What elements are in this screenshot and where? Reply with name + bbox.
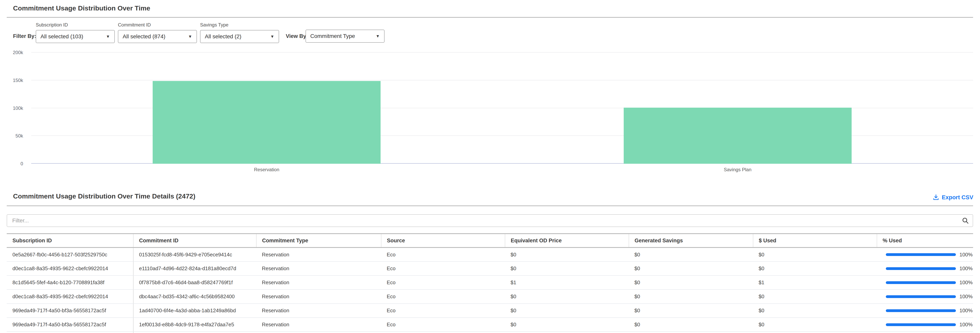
cell-used-percent: 100% xyxy=(877,290,973,304)
column-header-source[interactable]: Source xyxy=(381,234,505,247)
filter-field-label: Savings Type xyxy=(200,22,279,28)
usage-progress-bar xyxy=(886,281,956,284)
cell-equivalent-od-price: $0 xyxy=(505,290,629,304)
cell-commitment-type: Reservation xyxy=(256,276,381,290)
column-header-equivalent-od-price[interactable]: Equivalent OD Price xyxy=(505,234,629,247)
cell-subscription-id: 969eda49-717f-4a50-bf3a-56558172ac5f xyxy=(7,318,133,331)
filter-group: Savings Type All selected (2) xyxy=(200,22,279,43)
view-by-label: View By: xyxy=(286,33,308,39)
filter-field-label: Commitment ID xyxy=(118,22,197,28)
cell-commitment-type: Reservation xyxy=(256,261,381,276)
cell-source: Eco xyxy=(381,304,505,318)
bar-chart: 050k100k150k200kReservationSavings Plan xyxy=(31,53,973,164)
cell-commitment-type: Reservation xyxy=(256,247,381,261)
y-axis-tick-label: 200k xyxy=(13,50,23,55)
usage-progress-bar xyxy=(886,253,956,256)
cell-empty xyxy=(505,331,629,333)
dropdown-selected-value: All selected (874) xyxy=(123,33,165,40)
y-axis-tick-label: 50k xyxy=(15,133,23,139)
cell-equivalent-od-price: $0 xyxy=(505,318,629,331)
divider xyxy=(7,206,973,206)
cell-empty xyxy=(133,331,256,333)
usage-progress-bar xyxy=(886,323,956,326)
usage-progress-fill xyxy=(886,309,956,312)
usage-percent-label: 100% xyxy=(959,266,973,272)
cell-generated-savings: $0 xyxy=(629,261,753,276)
usage-progress-fill xyxy=(886,323,956,326)
column-header-generated-savings[interactable]: Generated Savings xyxy=(629,234,753,247)
cell-empty xyxy=(381,331,505,333)
cell-equivalent-od-price: $1 xyxy=(505,276,629,290)
usage-progress-fill xyxy=(886,267,956,270)
view-by-dropdown[interactable]: Commitment Type xyxy=(305,30,385,43)
filter-dropdown[interactable]: All selected (874) xyxy=(118,30,197,43)
chevron-down-icon xyxy=(375,34,380,38)
column-header-commitment-type[interactable]: Commitment Type xyxy=(256,234,381,247)
table-header-row: Subscription ID Commitment ID Commitment… xyxy=(7,234,973,247)
cell-source: Eco xyxy=(381,261,505,276)
usage-percent-label: 100% xyxy=(959,308,973,314)
y-axis-tick-label: 150k xyxy=(13,78,23,83)
details-section-title: Commitment Usage Distribution Over Time … xyxy=(13,192,195,200)
usage-percent-label: 100% xyxy=(959,322,973,328)
cell-empty xyxy=(629,331,753,333)
filter-dropdown[interactable]: All selected (103) xyxy=(36,30,115,43)
table-row-partial xyxy=(7,331,973,333)
usage-progress-fill xyxy=(886,253,956,256)
usage-progress-bar xyxy=(886,267,956,270)
y-axis-tick-label: 100k xyxy=(13,105,23,111)
cell-equivalent-od-price: $0 xyxy=(505,304,629,318)
cell-used: $0 xyxy=(753,304,877,318)
chart-bar-savings-plan[interactable] xyxy=(624,108,852,164)
cell-commitment-type: Reservation xyxy=(256,318,381,331)
filter-dropdown[interactable]: All selected (2) xyxy=(200,30,279,43)
column-header-subscription-id[interactable]: Subscription ID xyxy=(7,234,133,247)
filter-group: Subscription ID All selected (103) xyxy=(36,22,115,43)
cell-commitment-id: e1110ad7-4d96-4d22-824a-d181a80ecd7d xyxy=(133,261,256,276)
cell-generated-savings: $0 xyxy=(629,304,753,318)
cell-generated-savings: $0 xyxy=(629,247,753,261)
column-header-dollar-used[interactable]: $ Used xyxy=(753,234,877,247)
column-header-percent-used[interactable]: % Used xyxy=(877,234,973,247)
cell-used-percent: 100% xyxy=(877,304,973,318)
cell-commitment-id: 1ef0013d-e8b8-4dc9-9178-e4fa27daa7e5 xyxy=(133,318,256,331)
filter-group: Commitment ID All selected (874) xyxy=(118,22,197,43)
export-csv-button[interactable]: Export CSV xyxy=(932,194,973,201)
cell-used: $0 xyxy=(753,318,877,331)
cell-subscription-id: 0e5a2667-fb0c-4456-b127-503f2529750c xyxy=(7,247,133,261)
cell-generated-savings: $0 xyxy=(629,318,753,331)
chevron-down-icon xyxy=(270,34,274,39)
table-row: d0ec1ca8-8a35-4935-9622-cbefc9922014dbc4… xyxy=(7,290,973,304)
cell-commitment-id: 0153025f-fcd8-45f6-9429-e705ece9414c xyxy=(133,247,256,261)
category-band: Reservation xyxy=(31,53,502,164)
table-row: d0ec1ca8-8a35-4935-9622-cbefc9922014e111… xyxy=(7,261,973,276)
usage-percent-label: 100% xyxy=(959,279,973,285)
search-icon[interactable] xyxy=(962,217,969,225)
usage-percent-label: 100% xyxy=(959,252,973,258)
category-band: Savings Plan xyxy=(502,53,973,164)
usage-progress-bar xyxy=(886,295,956,298)
cell-commitment-type: Reservation xyxy=(256,290,381,304)
cell-source: Eco xyxy=(381,247,505,261)
table-filter-input[interactable] xyxy=(7,214,973,227)
cell-empty xyxy=(7,331,133,333)
usage-progress-fill xyxy=(886,295,956,298)
chevron-down-icon xyxy=(106,34,110,39)
x-axis-category-label: Reservation xyxy=(31,167,502,172)
cell-subscription-id: 969eda49-717f-4a50-bf3a-56558172ac5f xyxy=(7,304,133,318)
cell-commitment-id: 1ad40700-6f4e-4a3d-abba-1ab1249a86bd xyxy=(133,304,256,318)
usage-progress-fill xyxy=(886,281,956,284)
dropdown-selected-value: All selected (103) xyxy=(40,33,83,40)
cell-commitment-id: dbc4aac7-bd35-4342-af6c-4c56b9582400 xyxy=(133,290,256,304)
chevron-down-icon xyxy=(188,34,192,39)
cell-commitment-type: Reservation xyxy=(256,304,381,318)
cell-used: $0 xyxy=(753,247,877,261)
dropdown-selected-value: Commitment Type xyxy=(310,33,355,39)
chart-bar-reservation[interactable] xyxy=(153,81,380,164)
divider xyxy=(7,17,973,18)
column-header-commitment-id[interactable]: Commitment ID xyxy=(133,234,256,247)
cell-equivalent-od-price: $0 xyxy=(505,261,629,276)
usage-percent-label: 100% xyxy=(959,293,973,300)
table-row: 969eda49-717f-4a50-bf3a-56558172ac5f1ad4… xyxy=(7,304,973,318)
cell-source: Eco xyxy=(381,290,505,304)
